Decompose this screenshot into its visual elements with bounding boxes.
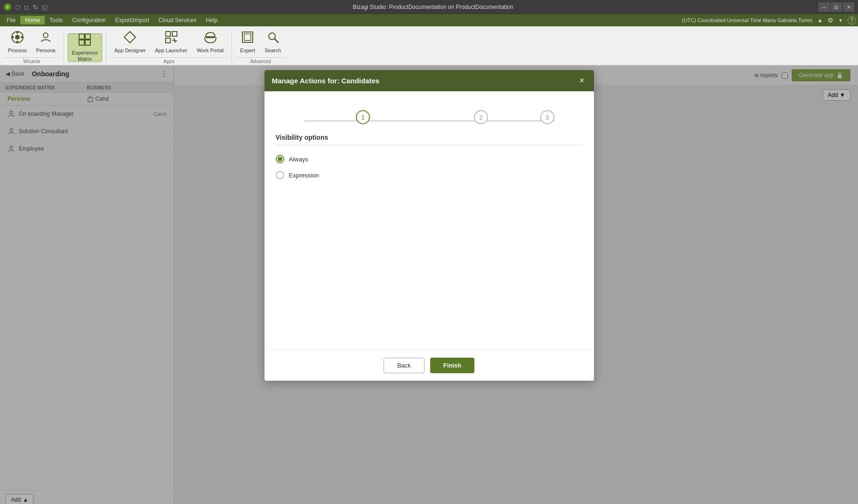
radio-circle-expression (276, 171, 284, 179)
window-title: Bizagi Studio: ProductDocumentation on P… (48, 4, 818, 10)
radio-label-expression: Expression (289, 172, 319, 179)
title-bar-icon-2: ◻ (24, 4, 29, 11)
expert-label: Expert (240, 48, 255, 54)
close-button[interactable]: ✕ (843, 2, 854, 12)
title-bar-left: B ⬡ ◻ ↻ ◱ (4, 3, 48, 11)
svg-rect-12 (166, 32, 170, 36)
menu-export-import[interactable]: Export/Import (111, 16, 154, 24)
ribbon-btn-expert[interactable]: Expert (236, 28, 259, 56)
manage-actions-dialog: Manage Actions for: Candidates × 1 (265, 70, 594, 381)
svg-rect-8 (85, 34, 90, 39)
menu-help[interactable]: Help (201, 16, 223, 24)
dialog-footer: Back Finish (265, 350, 594, 381)
svg-rect-7 (79, 34, 84, 39)
svg-rect-9 (79, 40, 84, 45)
dialog-back-button[interactable]: Back (384, 358, 425, 373)
help-icon[interactable]: ? (848, 16, 856, 24)
app-launcher-label: App Launcher (155, 48, 187, 54)
dialog-finish-button[interactable]: Finish (430, 358, 474, 373)
svg-point-4 (16, 41, 18, 43)
ribbon-content: Process Persona Wizards Experien (0, 26, 858, 65)
restore-button[interactable]: ⧉ (831, 2, 842, 12)
svg-rect-14 (166, 38, 170, 43)
work-portal-icon (204, 31, 217, 47)
step-2: 2 (422, 110, 540, 124)
ribbon-btn-persona[interactable]: Persona (32, 28, 60, 56)
process-icon (11, 31, 24, 47)
settings-chevron-icon[interactable]: ▼ (838, 18, 843, 23)
stepper: 1 2 3 (276, 101, 583, 134)
svg-rect-10 (85, 40, 90, 45)
title-bar: B ⬡ ◻ ↻ ◱ Bizagi Studio: ProductDocument… (0, 0, 858, 14)
section-visibility-title: Visibility options (276, 134, 583, 145)
persona-icon (39, 31, 52, 47)
app-designer-icon (123, 31, 136, 47)
ribbon-exp-label (68, 63, 102, 65)
title-bar-icon-1: ⬡ (15, 4, 20, 11)
ribbon-apps-label: Apps (110, 57, 228, 65)
ribbon-sep-3 (232, 30, 232, 63)
title-bar-icon-4: ◱ (42, 4, 48, 11)
ribbon: Process Persona Wizards Experien (0, 26, 858, 65)
radio-circle-always (276, 155, 284, 163)
ribbon-btn-app-launcher[interactable]: App Launcher (151, 28, 192, 56)
dialog-body: 1 2 3 (265, 91, 594, 350)
svg-rect-13 (172, 32, 177, 36)
app-designer-label: App Designer (114, 48, 146, 54)
menu-tools[interactable]: Tools (45, 16, 67, 24)
menu-cloud-services[interactable]: Cloud Services (154, 16, 201, 24)
dialog-title: Manage Actions for: Candidates (272, 77, 380, 85)
svg-line-21 (274, 39, 278, 42)
menu-bar: File Home Tools Configuration Export/Imp… (0, 14, 858, 26)
process-label: Process (8, 48, 27, 54)
svg-point-6 (43, 33, 48, 38)
ribbon-apps-items: App Designer App Launcher Work Portal (110, 28, 228, 56)
step-3: 3 (540, 110, 554, 124)
svg-point-3 (21, 36, 23, 39)
menu-configuration[interactable]: Configuration (67, 16, 110, 24)
ribbon-btn-search[interactable]: Search (260, 28, 285, 56)
svg-point-1 (15, 35, 20, 40)
ribbon-group-exp-matrix: ExperienceMatrix (68, 28, 102, 65)
chevron-up-icon[interactable]: ▲ (817, 17, 823, 24)
persona-label: Persona (36, 48, 56, 54)
ribbon-btn-experience-matrix[interactable]: ExperienceMatrix (68, 33, 102, 62)
radio-group-visibility: Always Expression (276, 155, 583, 179)
search-ribbon-icon (266, 31, 280, 47)
title-bar-icon-3: ↻ (33, 4, 38, 11)
experience-matrix-icon (78, 33, 91, 49)
step-1: 1 (304, 110, 422, 124)
radio-item-always[interactable]: Always (276, 155, 583, 163)
ribbon-group-advanced: Expert Search Advanced (236, 28, 285, 65)
ribbon-group-apps: App Designer App Launcher Work Portal Ap… (110, 28, 228, 65)
main-area: ◀ Back Onboarding ⋮ EXPERIENCE MATRIX BU… (0, 65, 858, 504)
settings-icon[interactable]: ⚙ (827, 16, 834, 24)
expert-icon (241, 31, 254, 47)
ribbon-exp-items: ExperienceMatrix (68, 28, 102, 62)
svg-line-16 (172, 40, 177, 41)
ribbon-group-wizards: Process Persona Wizards (4, 28, 60, 65)
svg-point-5 (11, 36, 14, 39)
radio-item-expression[interactable]: Expression (276, 171, 583, 179)
svg-rect-19 (244, 34, 251, 40)
ribbon-btn-app-designer[interactable]: App Designer (110, 28, 150, 56)
ribbon-btn-work-portal[interactable]: Work Portal (192, 28, 228, 56)
step-circle-2: 2 (474, 110, 488, 124)
ribbon-advanced-items: Expert Search (236, 28, 285, 56)
dialog-overlay: Manage Actions for: Candidates × 1 (0, 65, 858, 504)
step-circle-1: 1 (356, 110, 370, 124)
minimize-button[interactable]: ─ (818, 2, 830, 12)
dialog-close-button[interactable]: × (577, 76, 586, 86)
app-icon: B (4, 3, 11, 11)
svg-marker-11 (124, 32, 136, 43)
menu-file[interactable]: File (2, 16, 20, 24)
experience-matrix-label: ExperienceMatrix (72, 50, 98, 62)
ribbon-btn-process[interactable]: Process (4, 28, 31, 56)
window-controls[interactable]: ─ ⧉ ✕ (818, 2, 854, 12)
ribbon-sep-1 (64, 30, 64, 63)
user-info: (UTC) Coordinated Universal Time Maria G… (682, 17, 812, 23)
ribbon-advanced-label: Advanced (236, 57, 285, 65)
dialog-header: Manage Actions for: Candidates × (265, 70, 594, 91)
app-launcher-icon (165, 31, 178, 47)
menu-home[interactable]: Home (20, 16, 45, 24)
